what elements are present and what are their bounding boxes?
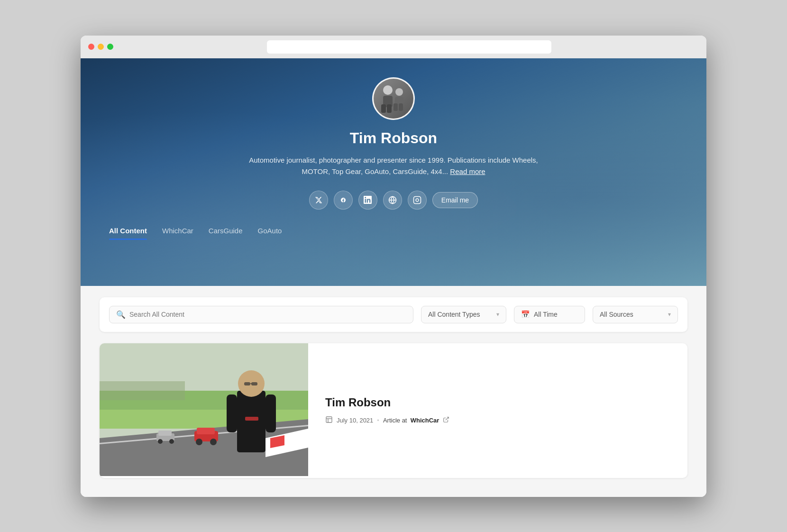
tab-goauto[interactable]: GoAuto <box>258 227 282 239</box>
minimize-dot[interactable] <box>98 44 104 50</box>
article-meta: July 10, 2021 • Article at WhichCar <box>325 416 670 425</box>
svg-rect-4 <box>387 104 392 113</box>
svg-point-23 <box>196 439 202 445</box>
instagram-icon[interactable] <box>408 191 427 210</box>
svg-point-1 <box>383 85 393 95</box>
svg-rect-22 <box>197 428 215 434</box>
read-more-link[interactable]: Read more <box>450 167 485 175</box>
external-link-icon[interactable] <box>443 416 449 424</box>
calendar-icon: 📅 <box>521 310 530 319</box>
svg-rect-38 <box>326 417 332 422</box>
svg-point-5 <box>395 88 403 96</box>
twitter-icon[interactable] <box>309 191 328 210</box>
search-input[interactable] <box>129 311 406 318</box>
date-label: All Time <box>534 311 558 318</box>
svg-rect-31 <box>244 382 250 385</box>
chevron-down-icon-2: ▾ <box>668 311 671 318</box>
article-title: Tim Robson <box>325 396 670 409</box>
filter-bar: 🔍 All Content Types ▾ 📅 All Time All Sou… <box>100 297 687 332</box>
sources-filter[interactable]: All Sources ▾ <box>593 306 678 323</box>
article-type-icon <box>325 416 333 425</box>
avatar-image <box>374 79 413 119</box>
social-links: Email me <box>309 191 478 210</box>
facebook-icon[interactable] <box>334 191 353 210</box>
svg-point-24 <box>210 439 217 445</box>
svg-rect-8 <box>399 103 403 111</box>
tabs-bar: All Content WhichCar CarsGuide GoAuto <box>100 227 282 239</box>
browser-window: Tim Robson Automotive journalist, photog… <box>81 36 706 497</box>
tab-whichcar[interactable]: WhichCar <box>162 227 193 239</box>
svg-rect-26 <box>158 431 172 436</box>
article-card: Tim Robson July 10, 2021 • Article at Wh… <box>100 343 687 478</box>
globe-icon[interactable] <box>383 191 402 210</box>
svg-line-41 <box>446 417 448 420</box>
hero-section: Tim Robson Automotive journalist, photog… <box>81 58 706 286</box>
browser-dots <box>88 44 113 50</box>
content-area: 🔍 All Content Types ▾ 📅 All Time All Sou… <box>81 286 706 497</box>
article-date: July 10, 2021 <box>337 417 373 424</box>
svg-rect-7 <box>394 103 398 111</box>
tab-carsguide[interactable]: CarsGuide <box>209 227 243 239</box>
author-name: Tim Robson <box>350 129 437 147</box>
svg-rect-36 <box>265 394 276 432</box>
sources-label: All Sources <box>600 311 633 318</box>
content-type-filter[interactable]: All Content Types ▾ <box>421 306 506 323</box>
date-filter[interactable]: 📅 All Time <box>514 306 585 323</box>
article-image <box>100 343 308 478</box>
url-bar[interactable] <box>267 40 551 54</box>
content-type-label: All Content Types <box>428 311 480 318</box>
search-wrap[interactable]: 🔍 <box>109 306 413 323</box>
avatar <box>372 77 415 120</box>
svg-rect-34 <box>245 417 258 421</box>
svg-rect-11 <box>413 196 421 203</box>
hero-content: Tim Robson Automotive journalist, photog… <box>100 77 687 239</box>
search-icon: 🔍 <box>116 310 126 319</box>
browser-chrome <box>81 36 706 58</box>
meta-separator: • <box>377 417 379 424</box>
email-button[interactable]: Email me <box>432 192 478 208</box>
article-source-label: Article at WhichCar <box>383 417 439 424</box>
svg-point-28 <box>169 439 174 444</box>
author-bio: Automotive journalist, photographer and … <box>242 155 545 177</box>
maximize-dot[interactable] <box>107 44 113 50</box>
article-info: Tim Robson July 10, 2021 • Article at Wh… <box>308 343 687 478</box>
close-dot[interactable] <box>88 44 94 50</box>
svg-point-27 <box>158 439 163 444</box>
svg-rect-3 <box>381 104 386 113</box>
tab-all-content[interactable]: All Content <box>109 227 147 239</box>
linkedin-icon[interactable] <box>358 191 377 210</box>
svg-rect-32 <box>251 382 257 385</box>
chevron-down-icon: ▾ <box>496 311 499 318</box>
svg-rect-35 <box>227 394 237 432</box>
svg-rect-37 <box>100 381 185 400</box>
svg-rect-33 <box>250 383 252 384</box>
svg-rect-29 <box>237 391 265 452</box>
